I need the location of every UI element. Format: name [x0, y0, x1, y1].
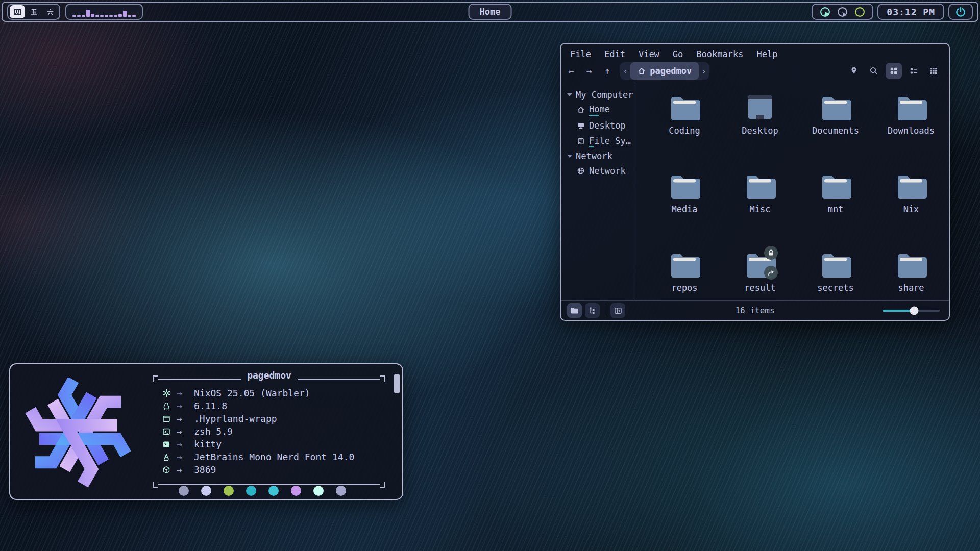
menu-go[interactable]: Go — [673, 49, 683, 59]
breadcrumb-prev-icon[interactable]: ‹ — [620, 66, 630, 76]
collapse-triangle-icon — [567, 93, 572, 96]
fetch-terminal-value: kitty — [194, 439, 222, 449]
shell-icon — [162, 428, 170, 436]
home-icon — [577, 106, 585, 114]
palette-dot — [291, 486, 301, 496]
power-button[interactable] — [948, 4, 973, 20]
home-icon — [638, 67, 646, 75]
sidebar-item-network[interactable]: Network — [577, 165, 635, 177]
workspace-button-6[interactable] — [42, 5, 58, 18]
fetch-shell-value: zsh 5.9 — [194, 426, 233, 437]
visualizer-bar — [109, 15, 113, 17]
clock: 03:12 PM — [877, 4, 944, 20]
active-window-title[interactable]: Home — [469, 4, 512, 20]
folder-label: Coding — [669, 126, 700, 136]
visualizer-bar — [118, 14, 122, 17]
back-button[interactable]: ← — [568, 65, 574, 77]
menu-file[interactable]: File — [570, 49, 591, 59]
gauge-1-icon[interactable] — [820, 7, 830, 17]
dir-tree-toggle-button[interactable] — [585, 303, 600, 318]
visualizer-bar — [100, 15, 104, 17]
folder-label: Nix — [903, 204, 919, 214]
menu-view[interactable]: View — [639, 49, 659, 59]
forward-button[interactable]: → — [586, 65, 592, 77]
visualizer-bar — [77, 15, 81, 17]
up-button[interactable]: ↑ — [604, 65, 610, 77]
menu-edit[interactable]: Edit — [604, 49, 625, 59]
folder-coding[interactable]: Coding — [649, 92, 720, 170]
arrow-glyph: → — [177, 426, 194, 437]
search-icon — [869, 66, 878, 76]
terminal-color-palette — [179, 486, 346, 496]
sidebar-toggle-button[interactable] — [610, 303, 625, 318]
workspace-button-5[interactable] — [26, 5, 41, 18]
workspace-switcher — [7, 4, 60, 20]
folder-icon — [820, 94, 851, 121]
sidebar-item-label: Network — [589, 166, 626, 176]
palette-dot — [336, 486, 346, 496]
folder-icon — [895, 251, 927, 279]
places-toggle-button[interactable] — [567, 303, 582, 318]
folder-desktop[interactable]: Desktop — [724, 92, 796, 170]
sidebar-item-label: Home — [589, 104, 610, 116]
location-button[interactable] — [846, 63, 862, 79]
folder-label: repos — [671, 283, 697, 293]
visualizer-bar — [128, 15, 131, 17]
folder-icon — [570, 306, 579, 315]
icon-view-icon — [889, 66, 898, 76]
folder-downloads[interactable]: Downloads — [875, 92, 947, 170]
workspace-button-4[interactable] — [10, 5, 25, 18]
cjk-four-icon — [13, 8, 22, 16]
collapse-triangle-icon — [567, 155, 572, 158]
fetch-row-font: → JetBrains Mono Nerd Font 14.0 — [162, 450, 385, 463]
gauge-3-icon[interactable] — [854, 7, 865, 17]
sidebar-item-label: Desktop — [589, 120, 626, 131]
folder-icon — [895, 94, 927, 121]
folder-nix[interactable]: Nix — [875, 170, 947, 249]
visualizer-bar — [91, 14, 94, 17]
globe-icon — [577, 167, 585, 175]
small-grid-icon — [929, 66, 938, 76]
folder-label: mnt — [828, 204, 844, 214]
breadcrumb-path-button[interactable]: pagedmov — [630, 62, 699, 80]
sidebar-item-desktop[interactable]: Desktop — [577, 119, 635, 132]
visualizer-bars — [72, 7, 136, 17]
sidebar-item-label: File Sy… — [589, 136, 631, 147]
icon-view-button[interactable] — [886, 63, 902, 79]
visualizer-bar — [132, 15, 136, 17]
sidebar-item-filesystem[interactable]: File Sy… — [577, 135, 635, 147]
fetch-font-value: JetBrains Mono Nerd Font 14.0 — [194, 452, 354, 462]
thumbnail-view-button[interactable] — [925, 63, 942, 79]
folder-misc[interactable]: Misc — [724, 170, 796, 249]
sidebar-item-home[interactable]: Home — [577, 104, 635, 116]
menu-bookmarks[interactable]: Bookmarks — [696, 49, 743, 59]
menu-bar: File Edit View Go Bookmarks Help — [561, 44, 949, 61]
toolbar-right — [846, 63, 942, 79]
lock-emblem-icon — [764, 246, 778, 260]
folder-media[interactable]: Media — [649, 170, 720, 249]
search-button[interactable] — [866, 63, 882, 79]
fetch-widget: pagedmov → NixOS 25.05 (Warbler) → 6.11.… — [9, 363, 403, 500]
section-label: My Computer — [576, 90, 633, 100]
sidebar-section-network[interactable]: Network — [567, 151, 635, 161]
items-count-label: 16 items — [735, 306, 774, 315]
folder-documents[interactable]: Documents — [800, 92, 871, 170]
sidebar-section-my-computer[interactable]: My Computer — [567, 90, 635, 100]
fetch-row-shell: → zsh 5.9 — [162, 425, 385, 438]
shortcut-emblem-icon — [764, 266, 778, 280]
zoom-slider[interactable] — [883, 310, 940, 312]
folder-icon — [669, 172, 700, 200]
zoom-slider-thumb[interactable] — [910, 306, 918, 315]
compact-view-button[interactable] — [905, 63, 922, 79]
gauge-2-icon[interactable] — [837, 7, 848, 17]
arrow-glyph: → — [177, 388, 194, 398]
menu-help[interactable]: Help — [756, 49, 777, 59]
location-pin-icon — [849, 66, 859, 76]
visualizer-bar — [82, 15, 85, 17]
folder-mnt[interactable]: mnt — [800, 170, 871, 249]
arrow-glyph: → — [177, 413, 194, 424]
visualizer-bar — [72, 15, 76, 17]
terminal-cursor — [394, 374, 400, 393]
breadcrumb-next-icon[interactable]: › — [699, 66, 709, 76]
arrow-glyph: → — [177, 452, 194, 462]
